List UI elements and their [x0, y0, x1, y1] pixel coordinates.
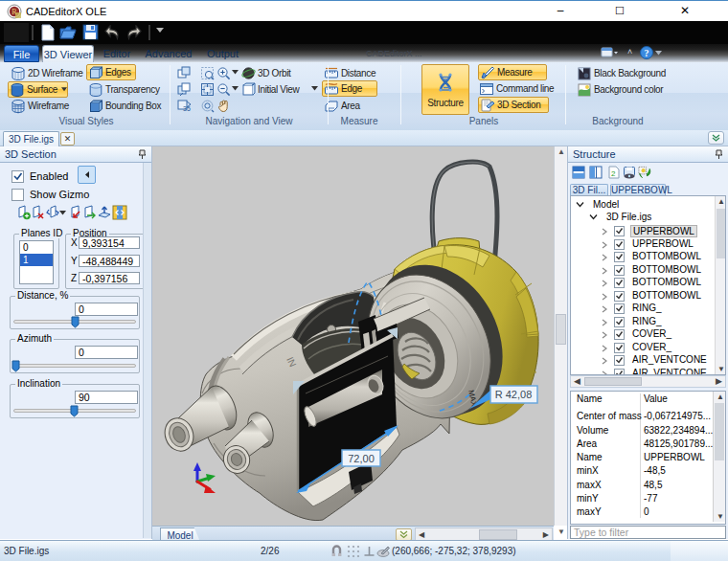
svg-text:35: 35	[183, 105, 191, 112]
svg-text:?: ?	[645, 48, 649, 58]
svg-text:R 42,08: R 42,08	[495, 389, 533, 400]
svg-text:72,00: 72,00	[348, 453, 375, 464]
svg-text:2: 2	[611, 169, 616, 178]
